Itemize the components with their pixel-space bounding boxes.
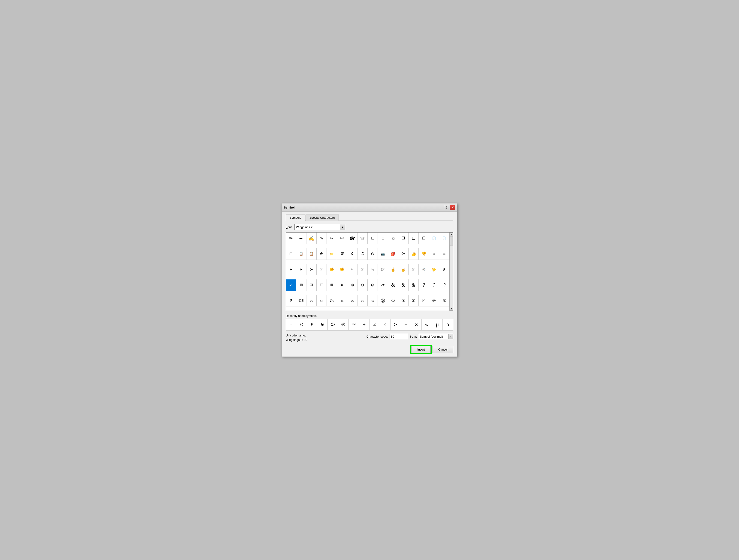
symbol-cell[interactable]: ✊ xyxy=(337,264,347,275)
symbol-cell[interactable]: 👎 xyxy=(419,248,429,260)
symbol-cell[interactable]: ❑ xyxy=(409,233,419,244)
symbol-cell[interactable]: ⇒ xyxy=(429,248,439,260)
symbol-cell[interactable]: ✄ xyxy=(337,233,347,244)
symbol-cell[interactable]: ☑ xyxy=(306,279,317,291)
symbol-cell[interactable]: ✂ xyxy=(327,233,337,244)
symbol-cell[interactable]: ④ xyxy=(419,295,429,306)
symbol-cell[interactable]: ✍ xyxy=(306,233,317,244)
from-select[interactable]: Symbol (decimal) ▼ xyxy=(419,334,453,339)
recent-cell[interactable]: μ xyxy=(432,319,443,330)
symbol-cell[interactable]: & xyxy=(398,279,409,291)
symbol-cell[interactable]: 🖨 xyxy=(347,248,357,260)
recent-cell[interactable]: ≠ xyxy=(370,319,380,330)
symbol-cell[interactable]: ☞ xyxy=(357,264,367,275)
symbol-cell[interactable]: 📋 xyxy=(306,248,317,260)
symbol-cell[interactable]: ➤ xyxy=(286,264,296,275)
recent-cell[interactable]: ÷ xyxy=(401,319,411,330)
symbol-cell[interactable]: ☟ xyxy=(367,264,378,275)
symbol-cell[interactable]: ⊗ xyxy=(347,279,357,291)
insert-button[interactable]: Insert xyxy=(412,346,431,353)
recent-cell[interactable]: ∞ xyxy=(422,319,432,330)
symbol-cell[interactable]: ⊘ xyxy=(357,279,367,291)
symbol-cell[interactable]: & xyxy=(409,279,419,291)
recent-cell[interactable]: × xyxy=(411,319,422,330)
symbol-cell[interactable]: ❒ xyxy=(419,233,429,244)
scrollbar[interactable]: ▲ ▼ xyxy=(449,233,453,311)
symbol-cell[interactable]: ⑤ xyxy=(429,295,439,306)
symbol-cell[interactable]: ☝ xyxy=(388,264,398,275)
symbol-cell[interactable]: 🖐 xyxy=(429,264,439,275)
symbol-cell[interactable]: ❐ xyxy=(398,233,409,244)
symbol-cell[interactable]: ① xyxy=(388,295,398,306)
symbol-cell[interactable]: 👍 xyxy=(409,248,419,260)
scroll-down-button[interactable]: ▼ xyxy=(450,307,453,311)
symbol-cell[interactable]: ✎ xyxy=(317,233,327,244)
recent-cell[interactable]: ≥ xyxy=(391,319,401,330)
symbol-cell[interactable]: ? xyxy=(419,279,429,291)
symbol-cell[interactable]: 𝔰𝔰 xyxy=(347,295,357,306)
recent-cell[interactable]: € xyxy=(296,319,307,330)
font-select[interactable]: Wingdings 2 ▼ xyxy=(294,224,345,230)
symbol-cell[interactable]: ⊙ xyxy=(367,248,378,260)
help-button[interactable]: ? xyxy=(444,205,449,210)
recent-cell[interactable]: ® xyxy=(338,319,348,330)
cancel-button[interactable]: Cancel xyxy=(433,346,453,353)
symbol-cell[interactable]: 🛍 xyxy=(398,248,409,260)
scrollbar-thumb[interactable] xyxy=(450,236,453,246)
symbol-cell[interactable]: ☎ xyxy=(347,233,357,244)
symbol-cell[interactable]: ? xyxy=(439,279,449,291)
symbol-cell[interactable]: ✗ xyxy=(439,264,449,275)
symbol-cell[interactable]: ✊ xyxy=(327,264,337,275)
symbol-cell[interactable]: ? xyxy=(429,279,439,291)
recent-cell[interactable]: ↑ xyxy=(286,319,296,330)
symbol-cell[interactable]: ℭ𝔖 xyxy=(296,295,306,306)
tab-special-characters[interactable]: Special Characters xyxy=(306,215,339,221)
symbol-cell[interactable]: ➤ xyxy=(296,264,306,275)
symbol-cell[interactable]: ⓪ xyxy=(378,295,388,306)
symbol-cell[interactable]: 📷 xyxy=(378,248,388,260)
symbol-cell[interactable]: 🗑 xyxy=(317,248,327,260)
symbol-cell[interactable]: ⧉ xyxy=(388,233,398,244)
scrollbar-track[interactable] xyxy=(450,236,453,307)
symbol-cell[interactable]: 🎒 xyxy=(388,248,398,260)
symbol-cell[interactable]: □ xyxy=(378,233,388,244)
recent-cell[interactable]: ± xyxy=(359,319,370,330)
symbol-cell[interactable]: ✒ xyxy=(296,233,306,244)
symbol-cell[interactable]: ☞ xyxy=(317,264,327,275)
symbol-cell[interactable]: 𝔞𝔰 xyxy=(337,295,347,306)
symbol-cell[interactable]: ⊗ xyxy=(337,279,347,291)
symbol-cell[interactable]: ☏ xyxy=(357,233,367,244)
symbol-cell-selected[interactable]: ✓ xyxy=(286,279,296,291)
symbol-cell[interactable]: ☒ xyxy=(327,279,337,291)
symbol-cell[interactable]: ⇒ xyxy=(439,248,449,260)
scroll-up-button[interactable]: ▲ xyxy=(450,233,453,236)
symbol-cell[interactable]: er xyxy=(378,279,388,291)
symbol-cell[interactable]: ? xyxy=(286,295,296,306)
symbol-cell[interactable]: 📄 xyxy=(439,233,449,244)
symbol-cell[interactable]: ☟ xyxy=(347,264,357,275)
symbol-cell[interactable]: ③ xyxy=(409,295,419,306)
symbol-cell[interactable]: ☒ xyxy=(317,279,327,291)
recent-cell[interactable]: α xyxy=(443,319,453,330)
symbol-cell[interactable]: 𝔰𝔰 xyxy=(357,295,367,306)
symbol-cell[interactable]: ☞ xyxy=(409,264,419,275)
from-dropdown-arrow[interactable]: ▼ xyxy=(448,334,453,339)
recent-cell[interactable]: ™ xyxy=(349,319,359,330)
symbol-cell[interactable]: ⑥ xyxy=(439,295,449,306)
symbol-cell[interactable]: ℭ𝔰 xyxy=(327,295,337,306)
font-dropdown-arrow[interactable]: ▼ xyxy=(340,224,345,230)
symbol-cell[interactable]: 𝔰𝔰 xyxy=(367,295,378,306)
symbol-cell[interactable]: ⊘ xyxy=(367,279,378,291)
symbol-cell[interactable]: ⌚ xyxy=(419,264,429,275)
symbol-cell[interactable]: ☐ xyxy=(367,233,378,244)
symbol-cell[interactable]: ☒ xyxy=(296,279,306,291)
recent-cell[interactable]: ≤ xyxy=(380,319,390,330)
symbol-cell[interactable]: 📄 xyxy=(429,233,439,244)
symbol-cell[interactable]: 🖼 xyxy=(337,248,347,260)
close-button[interactable]: ✕ xyxy=(450,205,455,210)
symbol-cell[interactable]: ② xyxy=(398,295,409,306)
symbol-cell[interactable]: 📋 xyxy=(296,248,306,260)
symbol-cell[interactable]: 𝔰𝔰 xyxy=(306,295,317,306)
symbol-cell[interactable]: & xyxy=(388,279,398,291)
symbol-cell[interactable]: 🖨 xyxy=(357,248,367,260)
